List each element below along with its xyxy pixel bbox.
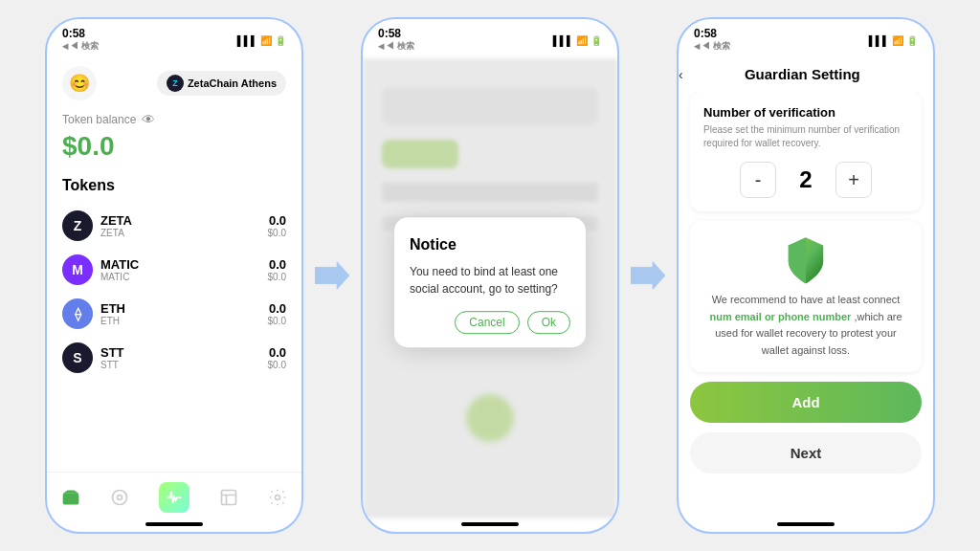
notice-title: Notice (410, 236, 570, 253)
recommend-card: We recommend to have at least connect nu… (690, 221, 922, 372)
guardian-title: Guardian Setting (691, 66, 933, 82)
token-icon-eth: ⟠ (62, 298, 93, 329)
token-row-zeta[interactable]: Z ZETA ZETA 0.0 $0.0 (62, 204, 286, 248)
wallet-header: 😊 Z ZetaChain Athens (62, 58, 286, 112)
chain-name: ZetaChain Athens (188, 77, 277, 89)
token-icon-matic: M (62, 254, 93, 285)
nav-nft[interactable] (219, 488, 238, 507)
svg-marker-8 (631, 262, 665, 290)
plus-button[interactable]: + (835, 162, 872, 198)
blur-item-1 (382, 87, 598, 125)
ok-button[interactable]: Ok (527, 311, 570, 334)
time-1: 0:58 (62, 27, 99, 40)
blur-item-3 (382, 183, 598, 202)
nav-settings[interactable] (268, 488, 287, 507)
token-balance-label: Token balance 👁 (62, 112, 286, 127)
status-bar-3: 0:58 ◀ ◀ 検索 ▌▌▌ 📶 🔋 (679, 19, 933, 58)
token-symbol-eth: ETH (100, 316, 125, 326)
blur-item-5 (466, 394, 514, 442)
verification-desc: Please set the minimum number of verific… (703, 123, 908, 150)
svg-point-6 (275, 496, 279, 500)
svg-rect-0 (63, 494, 79, 505)
token-row-eth[interactable]: ⟠ ETH ETH 0.0 $0.0 (62, 292, 286, 336)
status-bar-1: 0:58 ◀ ◀ 検索 ▌▌▌ 📶 🔋 (47, 19, 301, 58)
tokens-title: Tokens (62, 177, 286, 194)
verification-title: Number of verification (703, 105, 908, 120)
screen3-guardian: 0:58 ◀ ◀ 検索 ▌▌▌ 📶 🔋 ‹ Guardian Setting N… (677, 17, 935, 534)
add-button[interactable]: Add (690, 382, 922, 423)
screen1-wallet: 0:58 ◀ ◀ 検索 ▌▌▌ 📶 🔋 😊 Z (45, 17, 303, 534)
home-indicator-3 (777, 522, 835, 526)
screen2-content: Notice You need to bind at least one soc… (363, 58, 617, 518)
nav-wallet[interactable] (61, 488, 80, 507)
token-row-stt[interactable]: S STT STT 0.0 $0.0 (62, 336, 286, 380)
eye-icon[interactable]: 👁 (142, 112, 155, 127)
status-icons-2: ▌▌▌ 📶 🔋 (553, 35, 602, 46)
token-amount-matic: 0.0 (268, 257, 286, 272)
svg-point-2 (118, 496, 122, 500)
counter-row: - 2 + (703, 162, 908, 198)
svg-rect-3 (221, 491, 235, 505)
token-icon-stt: S (62, 342, 93, 373)
shield-icon (782, 234, 830, 282)
time-3: 0:58 (694, 27, 730, 40)
token-usd-stt: $0.0 (268, 360, 286, 370)
back-search-3[interactable]: ◀ ◀ 検索 (694, 40, 730, 53)
home-indicator-2 (461, 522, 519, 526)
recommend-text: We recommend to have at least connect nu… (703, 292, 908, 359)
token-icon-zeta: Z (62, 210, 93, 241)
token-amount-eth: 0.0 (268, 301, 286, 316)
bottom-nav (47, 472, 301, 518)
status-icons-1: ▌▌▌ 📶 🔋 (237, 35, 286, 46)
token-usd-zeta: $0.0 (268, 228, 286, 238)
time-2: 0:58 (378, 27, 414, 40)
minus-button[interactable]: - (740, 162, 776, 198)
next-button[interactable]: Next (690, 432, 922, 474)
verification-card: Number of verification Please set the mi… (690, 92, 922, 211)
avatar[interactable]: 😊 (62, 66, 97, 100)
home-indicator-1 (145, 522, 203, 526)
token-name-eth: ETH (100, 301, 125, 316)
arrow-2 (629, 256, 667, 295)
guardian-header: ‹ Guardian Setting (679, 58, 933, 92)
token-name-zeta: ZETA (100, 213, 132, 228)
chain-badge[interactable]: Z ZetaChain Athens (157, 71, 286, 96)
nav-pulse[interactable] (159, 482, 189, 513)
nav-explore[interactable] (110, 488, 129, 507)
status-icons-3: ▌▌▌ 📶 🔋 (869, 35, 918, 46)
back-search-2[interactable]: ◀ ◀ 検索 (378, 40, 414, 53)
token-symbol-stt: STT (100, 360, 124, 370)
back-arrow-icon[interactable]: ‹ (679, 67, 683, 82)
arrow-1 (313, 256, 351, 295)
notice-dialog: Notice You need to bind at least one soc… (394, 217, 586, 347)
token-usd-matic: $0.0 (268, 272, 286, 282)
token-symbol-matic: MATIC (100, 272, 139, 282)
token-symbol-zeta: ZETA (100, 228, 132, 238)
svg-marker-7 (315, 262, 349, 290)
notice-buttons: Cancel Ok (410, 311, 570, 334)
status-bar-2: 0:58 ◀ ◀ 検索 ▌▌▌ 📶 🔋 (363, 19, 617, 58)
back-search-1[interactable]: ◀ ◀ 検索 (62, 40, 99, 53)
counter-value: 2 (791, 166, 820, 193)
balance-amount: $0.0 (62, 131, 286, 162)
token-usd-eth: $0.0 (268, 316, 286, 326)
blur-item-2 (382, 140, 458, 168)
screen3-content: Number of verification Please set the mi… (679, 92, 933, 518)
token-amount-zeta: 0.0 (268, 213, 286, 228)
token-amount-stt: 0.0 (268, 345, 286, 360)
screen2-notice: 0:58 ◀ ◀ 検索 ▌▌▌ 📶 🔋 Notice (361, 17, 619, 534)
notice-message: You need to bind at least one social acc… (410, 263, 570, 298)
token-name-stt: STT (100, 345, 124, 360)
token-row-matic[interactable]: M MATIC MATIC 0.0 $0.0 (62, 248, 286, 292)
cancel-button[interactable]: Cancel (455, 311, 519, 334)
svg-point-1 (113, 491, 127, 505)
token-name-matic: MATIC (100, 257, 139, 272)
chain-icon: Z (167, 75, 184, 92)
